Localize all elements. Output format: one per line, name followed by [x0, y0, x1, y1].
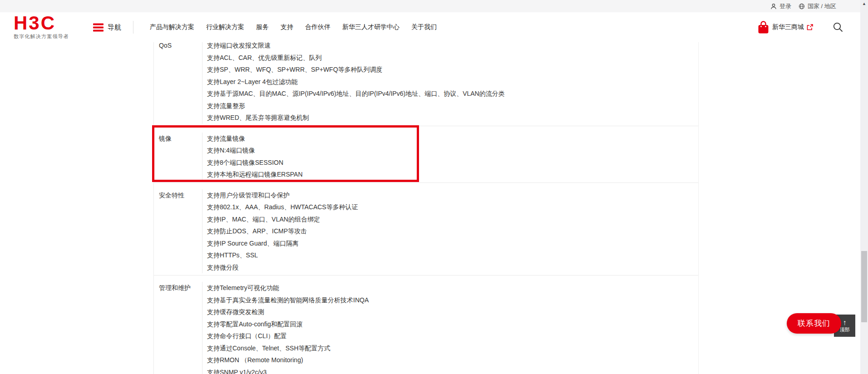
- region-label: 国家 / 地区: [808, 2, 836, 10]
- search-icon: [833, 22, 843, 33]
- spec-feature-line: 支持零配置Auto-config和配置回滚: [207, 318, 687, 330]
- spec-row-label: QoS: [154, 39, 202, 124]
- spec-feature-line: 支持基于真实业务流量检测的智能网络质量分析技术INQA: [207, 294, 687, 306]
- spec-feature-line: 支持防止DOS、ARP、ICMP等攻击: [207, 225, 687, 237]
- store-link[interactable]: 新华三商城: [757, 12, 813, 42]
- user-icon: [770, 3, 777, 10]
- header-divider: [133, 21, 133, 34]
- login-link[interactable]: 登录: [770, 0, 791, 12]
- nav-item-2[interactable]: 服务: [256, 23, 269, 31]
- contact-us-button[interactable]: 联系我们: [787, 313, 841, 334]
- top-utility-bar: 登录 国家 / 地区: [0, 0, 868, 12]
- spec-feature-line: 支持流量整形: [207, 100, 687, 112]
- spec-feature-line: 支持通过Console、Telnet、SSH等配置方式: [207, 342, 687, 354]
- logo-tagline: 数字化解决方案领导者: [14, 33, 69, 40]
- search-button[interactable]: [833, 12, 843, 42]
- spec-table: QoS支持端口收发报文限速支持ACL、CAR、优先级重新标记、队列支持SP、WR…: [153, 39, 699, 374]
- hamburger-icon: [93, 23, 104, 31]
- spec-feature-line: 支持用户分级管理和口令保护: [207, 189, 687, 202]
- spec-feature-line: 支持微分段: [207, 261, 687, 274]
- spec-feature-line: 支持基于源MAC、目的MAC、源IP(IPv4/IPv6)地址、目的IP(IPv…: [207, 88, 687, 100]
- contact-us-label: 联系我们: [798, 318, 830, 329]
- spec-feature-line: 支持流量镜像: [207, 133, 687, 145]
- store-label: 新华三商城: [772, 23, 804, 31]
- spec-feature-line: 支持Telemetry可视化功能: [207, 282, 687, 294]
- h3c-logo-text: H3C: [14, 14, 69, 32]
- nav-item-0[interactable]: 产品与解决方案: [150, 23, 194, 31]
- spec-row-1-highlighted: 镜像支持流量镜像支持N:4端口镜像支持8个端口镜像SESSION支持本地和远程端…: [154, 126, 698, 182]
- spec-feature-line: 支持WRED、尾丢弃等拥塞避免机制: [207, 112, 687, 124]
- spec-row-label: 管理和维护: [154, 282, 202, 374]
- spec-feature-line: 支持N:4端口镜像: [207, 144, 687, 157]
- spec-feature-line: 支持Layer 2~Layer 4包过滤功能: [207, 76, 687, 88]
- globe-icon: [799, 3, 805, 10]
- scrollbar-thumb[interactable]: [861, 251, 867, 322]
- back-to-top-label: 顶部: [840, 327, 850, 333]
- nav-item-3[interactable]: 支持: [281, 23, 293, 31]
- spec-feature-line: 支持IP Source Guard、端口隔离: [207, 237, 687, 250]
- spec-feature-line: 支持SP、WRR、WFQ、SP+WRR、SP+WFQ等多种队列调度: [207, 64, 687, 76]
- spec-feature-line: 支持ACL、CAR、优先级重新标记、队列: [207, 52, 687, 64]
- nav-toggle-button[interactable]: 导航: [93, 23, 121, 32]
- main-nav: 产品与解决方案行业解决方案服务支持合作伙伴新华三人才研学中心关于我们: [150, 12, 437, 42]
- spec-feature-line: 支持8个端口镜像SESSION: [207, 157, 687, 169]
- spec-row-3: 管理和维护支持Telemetry可视化功能支持基于真实业务流量检测的智能网络质量…: [154, 275, 698, 374]
- spec-row-features: 支持流量镜像支持N:4端口镜像支持8个端口镜像SESSION支持本地和远程端口镜…: [202, 133, 698, 181]
- nav-item-5[interactable]: 新华三人才研学中心: [342, 23, 399, 31]
- spec-feature-line: 支持缓存微突发检测: [207, 306, 687, 318]
- nav-toggle-label: 导航: [108, 23, 121, 32]
- spec-row-0: QoS支持端口收发报文限速支持ACL、CAR、优先级重新标记、队列支持SP、WR…: [154, 39, 698, 126]
- spec-row-features: 支持用户分级管理和口令保护支持802.1x、AAA、Radius、HWTACAC…: [202, 189, 698, 274]
- site-header: H3C 数字化解决方案领导者 导航 产品与解决方案行业解决方案服务支持合作伙伴新…: [0, 12, 868, 42]
- external-link-icon: [807, 24, 813, 30]
- spec-row-features: 支持端口收发报文限速支持ACL、CAR、优先级重新标记、队列支持SP、WRR、W…: [202, 39, 698, 124]
- spec-feature-line: 支持本地和远程端口镜像ERSPAN: [207, 168, 687, 181]
- spec-feature-line: 支持SNMP v1/v2c/v3: [207, 366, 687, 374]
- spec-feature-line: 支持RMON （Remote Monitoring): [207, 354, 687, 366]
- spec-feature-line: 支持IP、MAC、端口、VLAN的组合绑定: [207, 213, 687, 226]
- nav-item-4[interactable]: 合作伙伴: [305, 23, 330, 31]
- nav-item-6[interactable]: 关于我们: [411, 23, 437, 31]
- spec-row-label: 镜像: [154, 133, 202, 181]
- spec-row-label: 安全特性: [154, 189, 202, 274]
- login-label: 登录: [779, 2, 791, 10]
- scrollbar-track[interactable]: ▲: [860, 0, 868, 374]
- spec-feature-line: 支持802.1x、AAA、Radius、HWTACACS等多种认证: [207, 201, 687, 213]
- shopping-bag-icon: [757, 21, 769, 34]
- scrollbar-up-arrow-icon[interactable]: ▲: [860, 1, 868, 6]
- nav-item-1[interactable]: 行业解决方案: [206, 23, 244, 31]
- h3c-logo[interactable]: H3C 数字化解决方案领导者: [14, 14, 69, 40]
- region-selector[interactable]: 国家 / 地区: [799, 0, 836, 12]
- spec-feature-line: 支持HTTPs、SSL: [207, 249, 687, 261]
- spec-row-2: 安全特性支持用户分级管理和口令保护支持802.1x、AAA、Radius、HWT…: [154, 182, 698, 276]
- up-arrow-icon: ↑: [843, 319, 847, 326]
- spec-feature-line: 支持命令行接口（CLI）配置: [207, 330, 687, 342]
- spec-row-features: 支持Telemetry可视化功能支持基于真实业务流量检测的智能网络质量分析技术I…: [202, 282, 698, 374]
